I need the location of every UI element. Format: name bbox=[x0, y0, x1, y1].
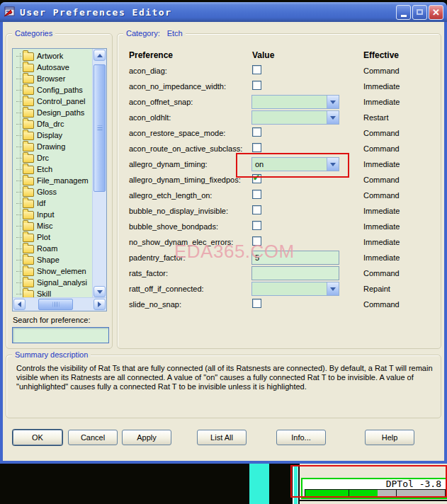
info-button[interactable]: Info... bbox=[276, 430, 326, 445]
checkbox[interactable] bbox=[252, 81, 261, 90]
combo-box[interactable] bbox=[251, 282, 339, 296]
checkbox[interactable] bbox=[252, 190, 261, 199]
vertical-scroll-thumb[interactable] bbox=[94, 64, 106, 192]
tree-connector bbox=[16, 67, 22, 68]
tree-connector bbox=[16, 237, 22, 238]
tree-item-autosave[interactable]: Autosave bbox=[13, 62, 93, 73]
scroll-down-button[interactable] bbox=[94, 286, 106, 297]
tree-item-idf[interactable]: Idf bbox=[13, 197, 93, 209]
scroll-up-button[interactable] bbox=[94, 50, 106, 61]
tree-horizontal-scrollbar[interactable] bbox=[13, 297, 106, 311]
tree-item-plot[interactable]: Plot bbox=[13, 231, 93, 243]
tree-connector bbox=[16, 158, 22, 159]
combo-box[interactable] bbox=[251, 110, 339, 125]
tree-item-etch[interactable]: Etch bbox=[13, 164, 93, 175]
combo-value: on bbox=[252, 158, 327, 171]
tree-item-label: Signal_analysi bbox=[37, 278, 87, 287]
help-button[interactable]: Help bbox=[365, 430, 414, 445]
folder-icon bbox=[23, 211, 34, 219]
tree-item-label: Dfa_drc bbox=[37, 120, 64, 128]
horizontal-scroll-thumb[interactable] bbox=[38, 299, 73, 310]
checkbox[interactable] bbox=[252, 127, 261, 137]
apply-button[interactable]: Apply bbox=[122, 430, 171, 445]
scroll-right-button[interactable] bbox=[94, 299, 106, 310]
dialog-body: Categories ArtworkAutosaveBrowserConfig_… bbox=[3, 22, 444, 461]
folder-icon bbox=[23, 143, 34, 151]
folder-icon bbox=[23, 132, 34, 140]
categories-tree[interactable]: ArtworkAutosaveBrowserConfig_pathsContro… bbox=[12, 48, 107, 311]
scroll-left-icon bbox=[15, 302, 21, 307]
tree-item-dfa_drc[interactable]: Dfa_drc bbox=[13, 118, 93, 130]
tree-item-display[interactable]: Display bbox=[13, 130, 93, 141]
checkbox[interactable]: ✔ bbox=[252, 174, 261, 183]
text-input[interactable] bbox=[251, 266, 339, 280]
checkbox[interactable] bbox=[252, 65, 261, 74]
combo-box[interactable] bbox=[251, 95, 339, 109]
list-all-button[interactable]: List All bbox=[197, 430, 247, 445]
tree-item-show_elemen[interactable]: Show_elemen bbox=[13, 265, 93, 277]
folder-icon bbox=[23, 268, 34, 276]
cancel-button[interactable]: Cancel bbox=[68, 430, 118, 445]
titlebar[interactable]: User Preferences Editor ✕ bbox=[0, 2, 447, 22]
ok-button[interactable]: OK bbox=[13, 430, 62, 445]
chevron-down-icon bbox=[330, 116, 336, 122]
tree-connector bbox=[16, 282, 22, 283]
tree-item-browser[interactable]: Browser bbox=[13, 73, 93, 84]
pref-row: no_show_dynam_elec_errors:Immediate bbox=[118, 235, 441, 251]
text-input[interactable]: 5 bbox=[251, 251, 339, 265]
folder-icon bbox=[23, 166, 34, 174]
close-button[interactable]: ✕ bbox=[429, 5, 443, 20]
tree-item-drawing[interactable]: Drawing bbox=[13, 141, 93, 152]
combo-dropdown-button[interactable] bbox=[327, 158, 339, 171]
checkbox[interactable] bbox=[252, 299, 261, 308]
folder-icon bbox=[23, 188, 34, 197]
effective-value: Immediate bbox=[363, 253, 400, 262]
tree-item-artwork[interactable]: Artwork bbox=[13, 50, 93, 62]
combo-dropdown-button[interactable] bbox=[327, 96, 339, 108]
tree-item-drc[interactable]: Drc bbox=[13, 152, 93, 164]
tree-item-roam[interactable]: Roam bbox=[13, 243, 93, 254]
checkbox[interactable] bbox=[252, 205, 261, 214]
pref-row: bubble_shove_bondpads:Immediate bbox=[118, 219, 441, 235]
tree-connector bbox=[16, 271, 22, 272]
tree-item-gloss[interactable]: Gloss bbox=[13, 186, 93, 197]
combo-dropdown-button[interactable] bbox=[327, 282, 339, 295]
tree-item-file_managem[interactable]: File_managem bbox=[13, 175, 93, 186]
checkbox[interactable] bbox=[252, 221, 261, 230]
tree-item-shape[interactable]: Shape bbox=[13, 254, 93, 265]
tree-item-design_paths[interactable]: Design_paths bbox=[13, 107, 93, 118]
pref-label: slide_no_snap: bbox=[129, 300, 181, 309]
tree-connector bbox=[16, 79, 22, 79]
pref-row: allegro_etch_length_on:Command bbox=[118, 188, 441, 204]
effective-value: Command bbox=[363, 144, 400, 153]
folder-icon bbox=[23, 245, 34, 253]
window-title: User Preferences Editor bbox=[20, 7, 172, 18]
tree-item-label: Roam bbox=[37, 244, 57, 253]
effective-value: Command bbox=[363, 129, 400, 137]
minimize-button[interactable] bbox=[396, 5, 411, 20]
checkmark-icon: ✔ bbox=[253, 173, 260, 183]
tree-item-skill[interactable]: Skill bbox=[13, 288, 93, 298]
tree-item-label: Drc bbox=[37, 154, 49, 162]
checkbox[interactable] bbox=[252, 143, 261, 152]
pref-label: rats_factor: bbox=[129, 269, 168, 277]
scroll-left-button[interactable] bbox=[13, 299, 26, 310]
pref-row: bubble_no_display_invisible:Immediate bbox=[118, 204, 441, 219]
folder-icon bbox=[23, 154, 34, 163]
tree-item-control_panel[interactable]: Control_panel bbox=[13, 96, 93, 107]
tree-vertical-scrollbar[interactable] bbox=[92, 49, 106, 298]
tree-item-config_paths[interactable]: Config_paths bbox=[13, 84, 93, 96]
tree-item-misc[interactable]: Misc bbox=[13, 220, 93, 231]
tree-item-input[interactable]: Input bbox=[13, 209, 93, 220]
tree-item-signal_analysi[interactable]: Signal_analysi bbox=[13, 277, 93, 288]
combo-box[interactable]: on bbox=[251, 157, 339, 171]
checkbox[interactable] bbox=[252, 236, 261, 246]
maximize-button[interactable] bbox=[412, 5, 427, 20]
screen: DPTol -3.8 User Preferences Editor ✕ bbox=[0, 0, 447, 504]
tree-item-label: Config_paths bbox=[37, 86, 83, 94]
tree-item-label: Display bbox=[37, 131, 62, 139]
combo-dropdown-button[interactable] bbox=[327, 111, 339, 124]
folder-icon bbox=[23, 52, 34, 61]
search-input[interactable] bbox=[12, 327, 109, 343]
tree-connector bbox=[16, 294, 22, 294]
